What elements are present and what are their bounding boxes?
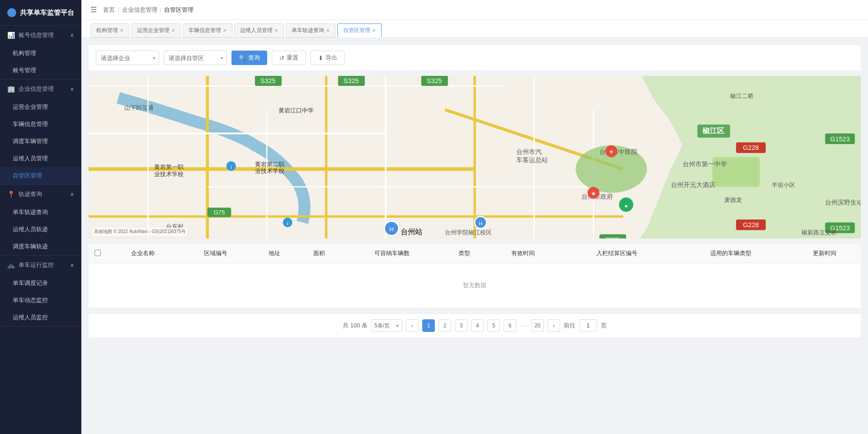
- breadcrumb-enterprise[interactable]: 企业信息管理: [122, 6, 157, 14]
- menu-icon[interactable]: ☰: [90, 5, 97, 14]
- breadcrumb-home[interactable]: 首页: [103, 6, 115, 14]
- goto-page-input[interactable]: [579, 319, 597, 332]
- sidebar-item-dynamic-monitor[interactable]: 单车动态监控: [0, 292, 81, 309]
- search-button[interactable]: 🔍 查询: [231, 51, 267, 65]
- svg-text:麦德龙: 麦德龙: [724, 196, 742, 203]
- page-size-select[interactable]: 5条/页 10条/页 20条/页 50条/页: [371, 319, 402, 332]
- reset-label: 重置: [287, 54, 298, 62]
- tab-ops-personnel-close[interactable]: ✕: [274, 28, 278, 33]
- chevron-icon-enterprise: ∧: [70, 86, 74, 92]
- sidebar-group-trajectory-header[interactable]: 📍 轨迹查询 ∧: [0, 185, 81, 204]
- bike-icon: 🚲: [7, 261, 15, 269]
- col-effective-time: 有效时间: [487, 244, 560, 263]
- sidebar-item-dispatch-record[interactable]: 单车调度记录: [0, 275, 81, 292]
- export-button[interactable]: ⬇ 导出: [311, 51, 345, 65]
- tab-operator[interactable]: 运营企业管理 ✕: [131, 23, 181, 37]
- page-btn-2[interactable]: 2: [439, 319, 451, 332]
- svg-text:S325: S325: [260, 77, 276, 84]
- page-btn-last[interactable]: 20: [531, 319, 544, 332]
- sidebar-item-ops-monitor[interactable]: 运维人员监控: [0, 309, 81, 326]
- select-all-checkbox[interactable]: [94, 250, 101, 256]
- sidebar-group-trajectory-label: 轨迹查询: [19, 190, 42, 198]
- sidebar-item-institution[interactable]: 机构管理: [0, 45, 81, 62]
- svg-text:S225: S225: [605, 236, 619, 238]
- filter-bar: 请选择企业 请选择自管区 🔍 查询 ↺ 重置 ⬇ 导出: [89, 45, 861, 70]
- tab-operator-close[interactable]: ✕: [171, 28, 175, 33]
- breadcrumb-sep-2: /: [160, 6, 162, 13]
- col-capacity: 可容纳车辆数: [342, 244, 442, 263]
- sidebar-item-ops-personnel[interactable]: 运维人员管理: [0, 150, 81, 167]
- enterprise-select[interactable]: 请选择企业: [96, 51, 159, 65]
- sidebar-item-dispatch-track[interactable]: 调度车辆轨迹: [0, 238, 81, 255]
- main-content: ☰ 首页 / 企业信息管理 / 自管区管理 机构管理 ✕ 运营企业管理 ✕ 车辆…: [81, 0, 868, 434]
- tab-self-zone-close[interactable]: ✕: [372, 28, 376, 33]
- app-logo: 共享单车监管平台: [0, 0, 81, 26]
- tab-self-zone[interactable]: 自管区管理 ✕: [337, 23, 382, 37]
- sidebar-group-monitoring-header[interactable]: 🚲 单车运行监控 ∧: [0, 256, 81, 275]
- svg-text:黄岩江口中学: 黄岩江口中学: [278, 107, 314, 114]
- sidebar-group-enterprise-header[interactable]: 🏢 企业信息管理 ∧: [0, 79, 81, 98]
- sidebar-group-account-header[interactable]: 📊 账号信息管理 ∧: [0, 26, 81, 45]
- reset-button[interactable]: ↺ 重置: [272, 51, 306, 65]
- building-icon: 🏢: [7, 85, 15, 93]
- zone-select[interactable]: 请选择自管区: [164, 51, 227, 65]
- svg-text:H: H: [479, 220, 483, 227]
- sidebar-item-operator[interactable]: 运营企业管理: [0, 98, 81, 116]
- sidebar-group-monitoring-label: 单车运行监控: [19, 261, 54, 269]
- sidebar-group-monitoring: 🚲 单车运行监控 ∧ 单车调度记录 单车动态监控 运维人员监控: [0, 256, 81, 327]
- svg-text:台州滨野生动物园: 台州滨野生动物园: [825, 199, 861, 206]
- sidebar-item-account-mgmt[interactable]: 账号管理: [0, 62, 81, 79]
- svg-text:台州学院椒江校区: 台州学院椒江校区: [445, 229, 492, 236]
- export-label: 导出: [326, 54, 337, 62]
- svg-text:i: i: [231, 164, 232, 170]
- svg-text:台州市第一中学: 台州市第一中学: [683, 160, 727, 168]
- map-watermark: 高德地图 © 2022 AutoNavi - GS(2021)6375号: [92, 228, 188, 236]
- sidebar-item-vehicle-info[interactable]: 车辆信息管理: [0, 116, 81, 133]
- tab-vehicle-track-close[interactable]: ✕: [326, 28, 330, 33]
- page-btn-6[interactable]: 6: [504, 319, 516, 332]
- page-btn-5[interactable]: 5: [487, 319, 500, 332]
- col-vehicle-type: 适用的车辆类型: [674, 244, 788, 263]
- sidebar-item-ops-track[interactable]: 运维人员轨迹: [0, 221, 81, 238]
- sidebar-group-enterprise: 🏢 企业信息管理 ∧ 运营企业管理 车辆信息管理 调度车辆管理 运维人员管理 自…: [0, 79, 81, 185]
- table-header: 企业名称 区域编号 地址 面积 可容纳车辆数 类型 有效时间 入栏结算区编号 适…: [89, 244, 861, 263]
- page-btn-3[interactable]: 3: [455, 319, 467, 332]
- tab-institution-close[interactable]: ✕: [120, 28, 123, 33]
- map-container[interactable]: S325 S325 S325 G75 G228 G1523 G1523 G228: [89, 76, 861, 238]
- prev-page-btn[interactable]: ‹: [406, 319, 419, 332]
- sidebar-item-self-zone[interactable]: 自管区管理: [0, 167, 81, 184]
- breadcrumb-sep-1: /: [118, 6, 119, 13]
- svg-text:业技术学校: 业技术学校: [255, 168, 284, 174]
- svg-text:台州市中医院: 台州市中医院: [599, 148, 637, 155]
- total-count: 共 100 条: [343, 322, 368, 330]
- col-zone-code2: 入栏结算区编号: [560, 244, 674, 263]
- content-area: 请选择企业 请选择自管区 🔍 查询 ↺ 重置 ⬇ 导出: [81, 38, 868, 434]
- page-btn-4[interactable]: 4: [471, 319, 484, 332]
- search-label: 查询: [248, 54, 260, 62]
- tab-institution[interactable]: 机构管理 ✕: [90, 23, 129, 37]
- logo-icon: [7, 8, 16, 17]
- tab-vehicle-track[interactable]: 单车轨迹查询 ✕: [286, 23, 335, 37]
- page-btn-1[interactable]: 1: [422, 319, 435, 332]
- svg-text:车客运总站: 车客运总站: [516, 156, 548, 163]
- sidebar-item-vehicle-track[interactable]: 单车轨迹查询: [0, 204, 81, 221]
- map-area: S325 S325 S325 G75 G228 G1523 G1523 G228: [89, 76, 861, 238]
- export-icon: ⬇: [318, 55, 323, 61]
- svg-text:S325: S325: [427, 77, 442, 84]
- tab-ops-personnel[interactable]: 运维人员管理 ✕: [234, 23, 284, 37]
- tab-vehicle-info[interactable]: 车辆信息管理 ✕: [183, 23, 232, 37]
- next-page-btn[interactable]: ›: [547, 319, 560, 332]
- table-container: 企业名称 区域编号 地址 面积 可容纳车辆数 类型 有效时间 入栏结算区编号 适…: [89, 244, 861, 308]
- sidebar-item-dispatch-vehicle[interactable]: 调度车辆管理: [0, 133, 81, 150]
- svg-text:椒江二桥: 椒江二桥: [730, 93, 754, 99]
- col-update-time: 更新时间: [788, 244, 861, 263]
- col-zone-code: 区域编号: [179, 244, 252, 263]
- empty-state-row: 暂无数据: [89, 263, 861, 308]
- svg-text:●: ●: [624, 203, 627, 209]
- breadcrumb-bar: ☰ 首页 / 企业信息管理 / 自管区管理: [81, 0, 868, 20]
- svg-text:椒江区: 椒江区: [702, 127, 724, 135]
- svg-text:黄岩第一职: 黄岩第一职: [154, 163, 184, 170]
- app-title: 共享单车监管平台: [20, 9, 74, 17]
- tabs-bar: 机构管理 ✕ 运营企业管理 ✕ 车辆信息管理 ✕ 运维人员管理 ✕ 单车轨迹查询…: [81, 20, 868, 38]
- tab-vehicle-info-close[interactable]: ✕: [223, 28, 226, 33]
